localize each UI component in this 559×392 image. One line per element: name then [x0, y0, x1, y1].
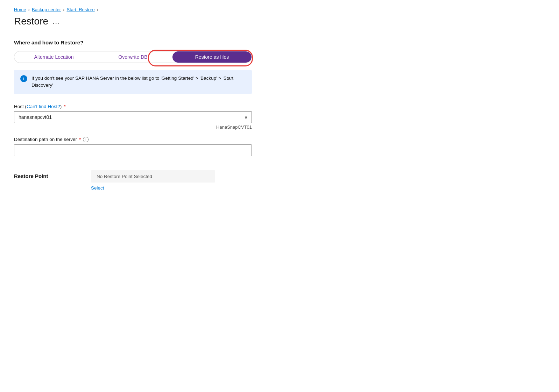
tab-group-wrapper: Alternate Location Overwrite DB Restore … [14, 51, 252, 70]
breadcrumb-sep3: › [97, 7, 98, 12]
restore-tab-group: Alternate Location Overwrite DB Restore … [14, 51, 252, 63]
destination-required-marker: * [79, 137, 81, 142]
page-title: Restore [14, 16, 48, 27]
info-icon: i [20, 75, 27, 82]
cant-find-host-link[interactable]: Can't find Host? [27, 104, 60, 109]
tab-overwrite-db[interactable]: Overwrite DB [93, 51, 172, 63]
info-text: If you don't see your SAP HANA Server in… [31, 75, 246, 89]
destination-info-icon[interactable]: i [83, 137, 89, 142]
destination-field-group: Destination path on the server * i [14, 137, 252, 156]
no-restore-selected-text: No Restore Point Selected [91, 170, 215, 183]
breadcrumb-backup-center[interactable]: Backup center [32, 7, 61, 12]
page-header: Restore ... [14, 16, 545, 27]
info-box: i If you don't see your SAP HANA Server … [14, 70, 252, 94]
breadcrumb-sep1: › [28, 7, 30, 12]
destination-path-input[interactable] [14, 144, 252, 156]
ellipsis-menu-button[interactable]: ... [52, 17, 61, 26]
host-required-marker: * [64, 104, 65, 109]
restore-point-value: No Restore Point Selected Select [91, 170, 215, 191]
host-label: Host (Can't find Host?) * [14, 104, 252, 109]
tab-restore-as-files[interactable]: Restore as files [172, 51, 252, 63]
host-hint: HanaSnapCVT01 [14, 124, 252, 130]
tab-alternate-location[interactable]: Alternate Location [14, 51, 93, 63]
destination-label-text: Destination path on the server [14, 137, 77, 142]
section-title: Where and how to Restore? [14, 40, 545, 45]
restore-point-row: Restore Point No Restore Point Selected … [14, 170, 545, 191]
host-select-wrapper: hanasnapcvt01 [14, 111, 252, 123]
breadcrumb: Home › Backup center › Start: Restore › [14, 7, 545, 12]
host-field-group: Host (Can't find Host?) * hanasnapcvt01 … [14, 104, 252, 130]
restore-point-label: Restore Point [14, 170, 77, 179]
host-label-text: Host (Can't find Host?) [14, 104, 62, 109]
restore-point-section: Restore Point No Restore Point Selected … [14, 170, 545, 191]
breadcrumb-home[interactable]: Home [14, 7, 26, 12]
destination-label: Destination path on the server * i [14, 137, 252, 142]
host-select[interactable]: hanasnapcvt01 [14, 111, 252, 123]
breadcrumb-start-restore[interactable]: Start: Restore [66, 7, 94, 12]
restore-point-select-link[interactable]: Select [91, 185, 215, 191]
breadcrumb-sep2: › [63, 7, 64, 12]
